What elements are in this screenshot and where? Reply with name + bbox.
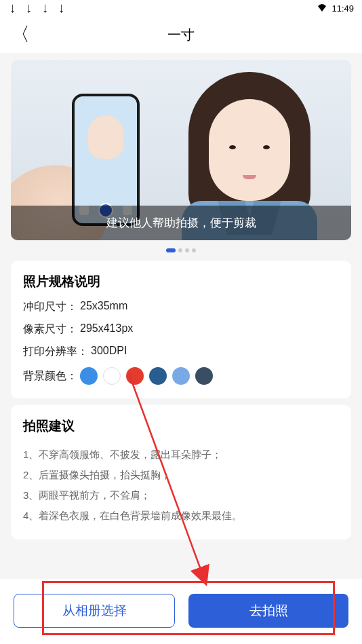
dot[interactable] bbox=[185, 248, 189, 252]
print-size-label: 冲印尺寸： bbox=[23, 300, 77, 314]
choose-from-album-button[interactable]: 从相册选择 bbox=[14, 594, 175, 628]
example-banner[interactable]: 建议他人帮助拍摄，便于剪裁 bbox=[11, 60, 351, 240]
tip-item: 4、着深色衣服，在白色背景墙前成像效果最佳。 bbox=[23, 506, 339, 526]
color-swatch[interactable] bbox=[149, 367, 167, 385]
tip-item: 2、后置摄像头拍摄，抬头挺胸； bbox=[23, 465, 339, 485]
dot[interactable] bbox=[192, 248, 196, 252]
dot-active[interactable] bbox=[166, 248, 176, 252]
back-button[interactable]: 〈 bbox=[11, 22, 30, 48]
pixel-size-value: 295x413px bbox=[80, 322, 133, 337]
dpi-label: 打印分辨率： bbox=[23, 345, 88, 359]
status-time: 11:49 bbox=[331, 3, 354, 14]
color-swatch[interactable] bbox=[126, 367, 144, 385]
tip-item: 3、两眼平视前方，不耸肩； bbox=[23, 485, 339, 506]
color-swatches bbox=[80, 367, 213, 385]
pixel-size-label: 像素尺寸： bbox=[23, 322, 77, 337]
wifi-icon bbox=[317, 3, 327, 14]
take-photo-button[interactable]: 去拍照 bbox=[188, 594, 348, 628]
header: 〈 一寸 bbox=[0, 16, 362, 53]
spec-card: 照片规格说明 冲印尺寸： 25x35mm 像素尺寸： 295x413px 打印分… bbox=[11, 261, 351, 398]
page-title: 一寸 bbox=[0, 26, 362, 44]
bg-color-label: 背景颜色： bbox=[23, 369, 77, 383]
banner-caption: 建议他人帮助拍摄，便于剪裁 bbox=[11, 206, 351, 240]
download-icon: ⭣ bbox=[41, 3, 50, 14]
download-icon: ⭣ bbox=[8, 3, 18, 14]
carousel-dots bbox=[0, 248, 362, 252]
tips-title: 拍照建议 bbox=[23, 417, 339, 435]
color-swatch[interactable] bbox=[80, 367, 98, 385]
dot[interactable] bbox=[178, 248, 182, 252]
print-size-value: 25x35mm bbox=[80, 300, 127, 314]
color-swatch[interactable] bbox=[172, 367, 190, 385]
color-swatch[interactable] bbox=[195, 367, 213, 385]
dpi-value: 300DPI bbox=[91, 345, 127, 359]
button-bar: 从相册选择 去拍照 bbox=[0, 579, 362, 644]
color-swatch[interactable] bbox=[103, 367, 121, 385]
spec-title: 照片规格说明 bbox=[23, 273, 339, 290]
download-icon: ⭣ bbox=[24, 3, 34, 14]
download-icon: ⭣ bbox=[57, 3, 66, 14]
tip-item: 1、不穿高领服饰、不披发，露出耳朵脖子； bbox=[23, 444, 339, 465]
tips-card: 拍照建议 1、不穿高领服饰、不披发，露出耳朵脖子；2、后置摄像头拍摄，抬头挺胸；… bbox=[11, 405, 351, 539]
status-bar: ⭣ ⭣ ⭣ ⭣ 11:49 bbox=[0, 0, 362, 16]
